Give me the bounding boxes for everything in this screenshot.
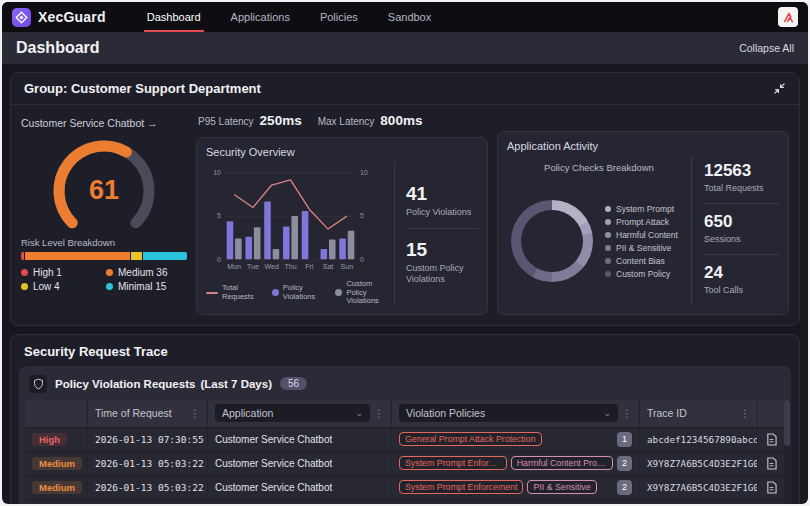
policy-chip: General Prompt Attack Protection xyxy=(399,432,542,446)
trace-table-row[interactable]: Medium2026-01-13 05:03:22Customer Servic… xyxy=(25,451,785,475)
time-cell: 2026-01-13 07:30:55 xyxy=(87,428,207,451)
view-trace-document-button[interactable] xyxy=(765,457,778,470)
donut-legend-item: System Prompt xyxy=(605,204,678,214)
donut-legend-item: Custom Policy xyxy=(605,269,678,279)
svg-text:Thu: Thu xyxy=(284,263,296,270)
svg-text:5: 5 xyxy=(217,212,221,219)
application-activity-title: Application Activity xyxy=(507,140,779,152)
page-title: Dashboard xyxy=(16,39,100,57)
trace-table-row[interactable]: Medium2026-01-13 04:12:45Customer Servic… xyxy=(25,499,785,504)
trace-id-cell: Q1R2S3T4U5V6W7X8Y9Z0A... xyxy=(639,500,757,504)
legend-dot-icon xyxy=(605,258,611,264)
legend-swatch-icon xyxy=(335,289,342,296)
risk-segment-low xyxy=(131,252,143,260)
application-cell: Customer Service Chatbot xyxy=(207,452,391,475)
max-latency-value: 800ms xyxy=(380,113,422,128)
trace-id-cell: X9Y8Z7A6B5C4D3E2F1G0H... xyxy=(639,476,757,499)
view-trace-document-button[interactable] xyxy=(765,481,778,494)
legend-dot-icon xyxy=(106,269,113,276)
column-menu-icon[interactable]: ⋮ xyxy=(622,408,632,419)
arrow-icon: → xyxy=(147,117,158,129)
app-window: XecGuard Dashboard Applications Policies… xyxy=(2,2,808,504)
risk-segment-high xyxy=(21,252,24,260)
legend-dot-icon xyxy=(605,245,611,251)
policy-violations-stat: 41 Policy Violations xyxy=(406,183,478,218)
trace-table-row[interactable]: Medium2026-01-13 05:03:22Customer Servic… xyxy=(25,475,785,499)
time-cell: 2026-01-13 05:03:22 xyxy=(87,452,207,475)
trace-table-panel: Policy Violation Requests (Last 7 Days) … xyxy=(19,366,791,504)
donut-legend-item: Prompt Attack xyxy=(605,217,678,227)
security-overview-legend: Total RequestsPolicy ViolationsCustom Po… xyxy=(206,280,390,306)
max-latency-label: Max Latency xyxy=(318,116,375,127)
trace-filter-period: (Last 7 Days) xyxy=(200,378,272,390)
table-scrollbar[interactable] xyxy=(784,400,790,504)
severity-badge: Medium xyxy=(32,481,82,494)
svg-text:5: 5 xyxy=(360,212,364,219)
donut-legend: System PromptPrompt AttackHarmful Conten… xyxy=(605,204,678,279)
nav-tab-policies[interactable]: Policies xyxy=(307,2,371,32)
top-nav-bar: XecGuard Dashboard Applications Policies… xyxy=(2,2,808,32)
collapse-icon xyxy=(773,82,786,95)
donut-title: Policy Checks Breakdown xyxy=(507,162,691,173)
violation-policies-cell: General Prompt Attack Protection1 xyxy=(391,428,639,451)
trace-table-row[interactable]: High2026-01-13 07:30:55Customer Service … xyxy=(25,427,785,451)
policy-count-badge: 1 xyxy=(617,432,632,447)
risk-score-value: 61 xyxy=(29,175,179,206)
violation-policies-column-header: Violation Policies⌄ ⋮ xyxy=(391,400,639,427)
custom-policy-violations-stat: 15 Custom Policy Violations xyxy=(406,239,478,286)
column-menu-icon[interactable]: ⋮ xyxy=(740,408,750,419)
company-logo-button[interactable] xyxy=(778,7,798,27)
risk-gauge: 61 xyxy=(29,133,179,233)
nav-tab-sandbox[interactable]: Sandbox xyxy=(375,2,444,32)
risk-segment-minimal xyxy=(143,252,187,260)
violation-count-badge: 56 xyxy=(280,377,307,390)
column-menu-icon[interactable]: ⋮ xyxy=(374,408,384,419)
actions-cell xyxy=(757,428,785,451)
time-cell: 2026-01-13 05:03:22 xyxy=(87,476,207,499)
document-icon xyxy=(766,433,777,446)
legend-swatch-icon xyxy=(272,289,279,296)
p95-latency-value: 250ms xyxy=(260,113,302,128)
policy-chip: System Prompt Enforcement xyxy=(399,456,507,470)
page-header: Dashboard Collapse All xyxy=(2,32,808,64)
nav-tab-applications[interactable]: Applications xyxy=(218,2,303,32)
donut-hole xyxy=(521,210,583,272)
actions-cell xyxy=(757,500,785,504)
collapse-group-button[interactable] xyxy=(773,82,786,95)
svg-text:Sun: Sun xyxy=(341,263,354,270)
time-cell: 2026-01-13 04:12:45 xyxy=(87,500,207,504)
chart-legend-item: Custom Policy Violations xyxy=(335,280,390,306)
brand[interactable]: XecGuard xyxy=(12,2,106,32)
severity-cell: High xyxy=(25,428,87,451)
svg-text:10: 10 xyxy=(360,169,368,176)
application-filter-dropdown[interactable]: Application⌄ xyxy=(215,404,370,422)
p95-latency-label: P95 Latency xyxy=(198,116,254,127)
divider xyxy=(406,228,478,229)
risk-legend-item: Low 4 xyxy=(21,281,102,292)
legend-dot-icon xyxy=(605,206,611,212)
view-trace-document-button[interactable] xyxy=(765,433,778,446)
application-column-header: Application⌄ ⋮ xyxy=(207,400,391,427)
application-link[interactable]: Customer Service Chatbot → xyxy=(21,117,187,129)
trace-id-column-header: Trace ID⋮ xyxy=(639,400,757,427)
svg-text:Mon: Mon xyxy=(227,263,241,270)
violation-policies-filter-dropdown[interactable]: Violation Policies⌄ xyxy=(399,404,618,422)
risk-stacked-bar xyxy=(21,252,187,260)
trace-table-header: Time of Request⋮ Application⌄ ⋮ Violatio… xyxy=(25,400,785,427)
policy-count-badge: 2 xyxy=(617,480,632,495)
application-activity-card: Application Activity Policy Checks Break… xyxy=(497,131,789,315)
trace-section-title: Security Request Trace xyxy=(24,344,786,359)
legend-swatch-icon xyxy=(206,292,218,294)
document-icon xyxy=(766,481,777,494)
severity-column-header xyxy=(25,400,87,427)
security-overview-title: Security Overview xyxy=(206,146,478,158)
legend-dot-icon xyxy=(106,283,113,290)
collapse-all-button[interactable]: Collapse All xyxy=(739,42,794,54)
policy-chip: System Prompt Enforcement xyxy=(399,480,523,494)
risk-legend: High 1Medium 36Low 4Minimal 15 xyxy=(21,267,187,292)
policy-chip: PII & Sensitive xyxy=(527,480,596,494)
severity-cell: Medium xyxy=(25,500,87,504)
severity-badge: High xyxy=(32,433,67,446)
column-menu-icon[interactable]: ⋮ xyxy=(190,408,200,419)
nav-tab-dashboard[interactable]: Dashboard xyxy=(134,2,214,32)
